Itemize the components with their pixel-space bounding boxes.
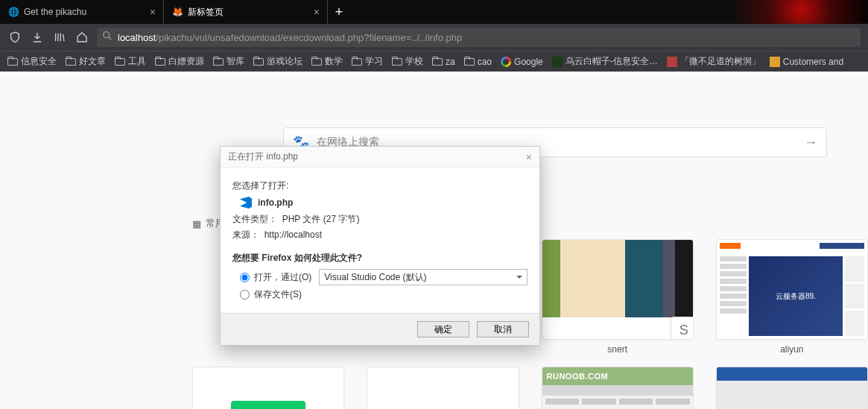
bookmark-label: 学校 <box>405 55 423 68</box>
bookmark-folder[interactable]: 信息安全 <box>7 55 57 68</box>
folder-icon <box>253 58 264 66</box>
folder-icon <box>464 58 475 66</box>
bookmark-label: 工具 <box>128 55 146 68</box>
nav-bar: localhost/pikachu/vul/unsafedownload/exe… <box>0 24 868 51</box>
bookmark-folder[interactable]: 数学 <box>311 55 343 68</box>
bookmark-tree[interactable]: 「微不足道的树洞」 <box>667 55 761 68</box>
option-save-label: 保存文件(S) <box>254 288 302 301</box>
bookmark-label: Customers and <box>783 57 843 67</box>
folder-icon <box>392 58 402 66</box>
site-icon <box>667 57 677 67</box>
search-icon <box>101 30 113 45</box>
bookmark-label: cao <box>478 57 492 67</box>
cancel-button[interactable]: 取消 <box>477 321 529 337</box>
how-handle-label: 您想要 Firefox 如何处理此文件? <box>232 252 528 264</box>
radio-open[interactable] <box>240 273 250 282</box>
bookmarks-bar: 信息安全 好文章 工具 白嫖资源 智库 游戏论坛 数学 学习 学校 za cao… <box>0 51 868 72</box>
bookmark-folder[interactable]: 工具 <box>115 55 146 68</box>
open-with-dropdown[interactable]: Visual Studio Code (默认) <box>319 269 528 285</box>
dropdown-value: Visual Studio Code (默认) <box>324 271 426 284</box>
shield-icon[interactable] <box>7 30 22 45</box>
google-icon <box>501 57 511 67</box>
theme-decoration <box>644 0 868 24</box>
filename: info.php <box>258 197 293 208</box>
folder-icon <box>432 58 443 66</box>
tab-title: Get the pikachu <box>24 7 86 17</box>
file-source-row: 来源： http://localhost <box>232 229 528 241</box>
bookmark-label: 信息安全 <box>21 55 57 68</box>
bookmark-wooyun[interactable]: 乌云白帽子-信息安全… <box>552 55 658 68</box>
radio-save[interactable] <box>240 290 250 299</box>
bookmark-folder[interactable]: za <box>432 57 455 67</box>
close-icon[interactable]: × <box>150 6 156 18</box>
site-icon <box>770 57 780 67</box>
bookmark-folder[interactable]: 游戏论坛 <box>253 55 302 68</box>
dialog-titlebar: 正在打开 info.php × <box>221 147 539 168</box>
vscode-icon <box>240 197 252 209</box>
bookmark-google[interactable]: Google <box>501 57 543 67</box>
bookmark-label: 学习 <box>365 55 383 68</box>
ok-button[interactable]: 确定 <box>417 321 469 337</box>
option-open-with[interactable]: 打开，通过(O) Visual Studio Code (默认) <box>240 269 528 285</box>
bookmark-folder[interactable]: 好文章 <box>66 55 106 68</box>
home-icon[interactable] <box>75 30 89 45</box>
folder-icon <box>213 58 224 66</box>
bookmark-label: 乌云白帽子-信息安全… <box>566 55 658 68</box>
dialog-body: 您选择了打开: info.php 文件类型： PHP 文件 (27 字节) 来源… <box>221 168 539 313</box>
bookmark-label: za <box>446 57 455 67</box>
tab-title: 新标签页 <box>188 6 224 19</box>
bookmark-label: 游戏论坛 <box>267 55 302 68</box>
dialog-overlay: 正在打开 info.php × 您选择了打开: info.php 文件类型： P… <box>0 72 868 409</box>
folder-icon <box>352 58 362 66</box>
dialog-title: 正在打开 info.php <box>228 150 298 163</box>
bookmark-folder[interactable]: cao <box>464 57 492 67</box>
library-icon[interactable] <box>52 30 67 45</box>
new-tab-button[interactable]: + <box>328 0 350 24</box>
tab-newtab[interactable]: 🦊 新标签页 × <box>164 0 328 24</box>
folder-icon <box>311 58 322 66</box>
bookmark-customers[interactable]: Customers and <box>770 57 843 67</box>
download-icon[interactable] <box>30 30 45 45</box>
folder-icon <box>115 58 125 66</box>
bookmark-label: 智库 <box>226 55 244 68</box>
file-row: info.php <box>240 197 528 209</box>
folder-icon <box>7 58 18 66</box>
bookmark-folder[interactable]: 学校 <box>392 55 423 68</box>
address-bar[interactable]: localhost/pikachu/vul/unsafedownload/exe… <box>97 28 861 47</box>
bookmark-folder[interactable]: 学习 <box>352 55 383 68</box>
dialog-footer: 确定 取消 <box>221 313 539 345</box>
url-text: localhost/pikachu/vul/unsafedownload/exe… <box>118 32 462 43</box>
chosen-open-label: 您选择了打开: <box>232 180 528 192</box>
tab-pikachu[interactable]: 🌐 Get the pikachu × <box>0 0 164 24</box>
bookmark-label: Google <box>514 57 543 67</box>
bookmark-folder[interactable]: 白嫖资源 <box>155 55 204 68</box>
bookmark-label: 数学 <box>325 55 343 68</box>
globe-icon: 🌐 <box>7 6 19 18</box>
bookmark-label: 白嫖资源 <box>168 55 204 68</box>
file-type-row: 文件类型： PHP 文件 (27 字节) <box>232 213 528 226</box>
svg-point-0 <box>104 32 110 38</box>
bookmark-label: 好文章 <box>79 55 106 68</box>
folder-icon <box>66 58 76 66</box>
close-icon[interactable]: × <box>526 151 532 163</box>
bookmark-folder[interactable]: 智库 <box>213 55 244 68</box>
folder-icon <box>155 58 165 66</box>
firefox-icon: 🦊 <box>171 6 183 18</box>
close-icon[interactable]: × <box>314 6 320 18</box>
option-save-file[interactable]: 保存文件(S) <box>240 288 528 301</box>
download-dialog: 正在打开 info.php × 您选择了打开: info.php 文件类型： P… <box>220 146 540 346</box>
site-icon <box>552 57 563 67</box>
option-open-label: 打开，通过(O) <box>254 271 311 284</box>
bookmark-label: 「微不足道的树洞」 <box>680 55 761 68</box>
tab-bar: 🌐 Get the pikachu × 🦊 新标签页 × + <box>0 0 868 24</box>
